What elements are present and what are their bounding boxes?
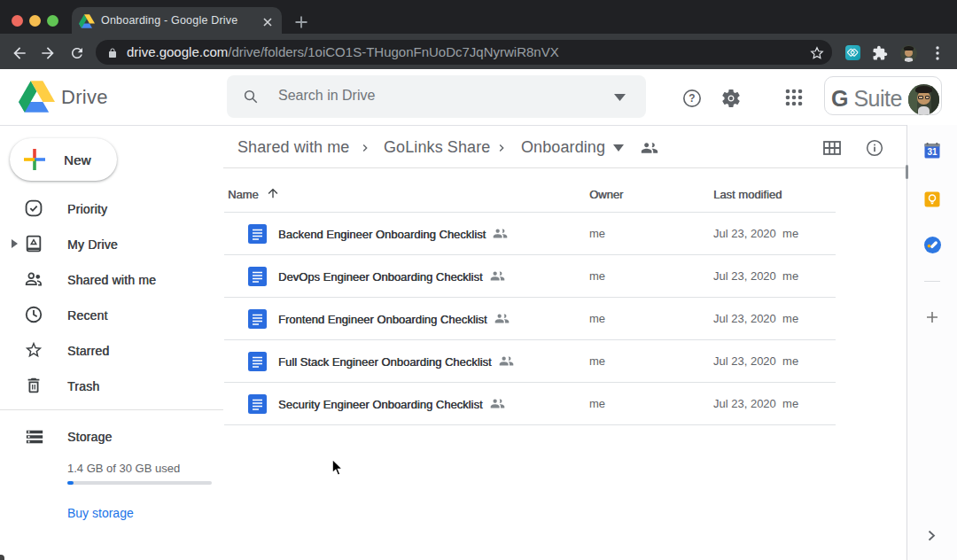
svg-text:31: 31 (927, 147, 938, 157)
svg-text:?: ? (689, 92, 695, 105)
